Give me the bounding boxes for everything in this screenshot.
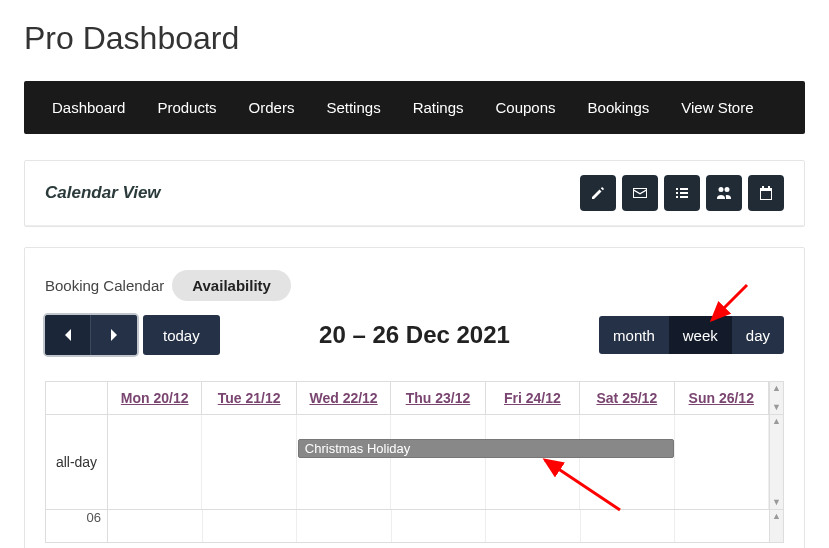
chevron-right-icon — [109, 328, 119, 342]
nav-settings[interactable]: Settings — [310, 81, 396, 134]
day-header-tue[interactable]: Tue 21/12 — [202, 382, 296, 414]
view-day[interactable]: day — [732, 316, 784, 354]
triangle-up-icon: ▲ — [772, 384, 781, 393]
hour-label-06: 06 — [46, 510, 108, 542]
panel-header: Calendar View — [25, 161, 804, 226]
view-switch: month week day — [599, 316, 784, 354]
nav-orders[interactable]: Orders — [233, 81, 311, 134]
main-navbar: Dashboard Products Orders Settings Ratin… — [24, 81, 805, 134]
view-month[interactable]: month — [599, 316, 669, 354]
allday-scroll-gutter[interactable]: ▲ ▼ — [769, 415, 783, 509]
tab-booking-calendar[interactable]: Booking Calendar — [45, 277, 164, 294]
calendar-button[interactable] — [748, 175, 784, 211]
mail-button[interactable] — [622, 175, 658, 211]
calendar-controls: today 20 – 26 Dec 2021 month week day — [45, 315, 784, 355]
users-button[interactable] — [706, 175, 742, 211]
date-range: 20 – 26 Dec 2021 — [319, 321, 510, 349]
hour-cell[interactable] — [297, 510, 392, 542]
nav-coupons[interactable]: Coupons — [480, 81, 572, 134]
next-button[interactable] — [91, 315, 137, 355]
hour-cell[interactable] — [581, 510, 676, 542]
edit-button[interactable] — [580, 175, 616, 211]
header-scroll-gutter[interactable]: ▲ ▼ — [769, 382, 783, 414]
triangle-down-icon: ▼ — [772, 403, 781, 412]
hour-cell[interactable] — [203, 510, 298, 542]
mail-icon — [632, 185, 648, 201]
hour-row — [108, 510, 769, 542]
nav-ratings[interactable]: Ratings — [397, 81, 480, 134]
allday-cell[interactable] — [108, 415, 202, 509]
hour-cell[interactable] — [675, 510, 769, 542]
hour-cell[interactable] — [392, 510, 487, 542]
day-header-sat[interactable]: Sat 25/12 — [580, 382, 674, 414]
calendar-icon — [758, 185, 774, 201]
view-week[interactable]: week — [669, 316, 732, 354]
day-header-fri[interactable]: Fri 24/12 — [486, 382, 580, 414]
event-christmas-holiday[interactable]: Christmas Holiday — [298, 439, 674, 458]
nav-bookings[interactable]: Bookings — [572, 81, 666, 134]
tab-availability[interactable]: Availability — [172, 270, 291, 301]
panel-title: Calendar View — [45, 183, 161, 203]
booking-panel: Booking Calendar Availability today 20 –… — [24, 247, 805, 548]
allday-cell[interactable] — [391, 415, 485, 509]
nav-view-store[interactable]: View Store — [665, 81, 769, 134]
hours-scroll-gutter[interactable]: ▲ ▼ — [769, 510, 783, 542]
page-title: Pro Dashboard — [24, 20, 805, 57]
nav-dashboard[interactable]: Dashboard — [36, 81, 141, 134]
allday-cell[interactable] — [486, 415, 580, 509]
day-header-mon[interactable]: Mon 20/12 — [108, 382, 202, 414]
edit-icon — [590, 185, 606, 201]
day-header-wed[interactable]: Wed 22/12 — [297, 382, 391, 414]
allday-cell[interactable] — [675, 415, 769, 509]
prev-button[interactable] — [45, 315, 91, 355]
panel-actions — [580, 175, 784, 211]
calendar-grid: Mon 20/12 Tue 21/12 Wed 22/12 Thu 23/12 … — [45, 381, 784, 543]
allday-cell[interactable] — [297, 415, 391, 509]
list-icon — [674, 185, 690, 201]
nav-button-group — [45, 315, 137, 355]
today-button[interactable]: today — [143, 315, 220, 355]
day-header-thu[interactable]: Thu 23/12 — [391, 382, 485, 414]
allday-cell[interactable] — [202, 415, 296, 509]
all-day-label: all-day — [46, 415, 108, 509]
users-icon — [716, 185, 732, 201]
booking-tabs: Booking Calendar Availability — [45, 270, 784, 301]
allday-cell[interactable] — [580, 415, 674, 509]
triangle-down-icon: ▼ — [772, 498, 781, 507]
all-day-row: Christmas Holiday — [108, 415, 769, 509]
list-button[interactable] — [664, 175, 700, 211]
triangle-up-icon: ▲ — [772, 417, 781, 426]
hour-cell[interactable] — [108, 510, 203, 542]
hour-cell[interactable] — [486, 510, 581, 542]
triangle-up-icon: ▲ — [772, 512, 781, 521]
day-header-sun[interactable]: Sun 26/12 — [675, 382, 769, 414]
chevron-left-icon — [63, 328, 73, 342]
calendar-panel: Calendar View — [24, 160, 805, 227]
nav-products[interactable]: Products — [141, 81, 232, 134]
